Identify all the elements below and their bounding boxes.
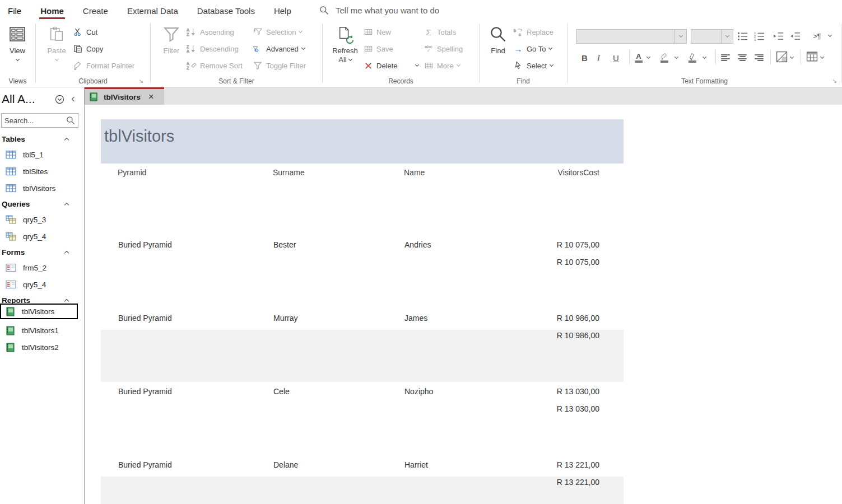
clipboard-dialog-launcher-icon[interactable]: ↘ (139, 78, 143, 84)
replace-label: Replace (527, 28, 553, 36)
format-painter-icon (73, 61, 83, 70)
cell-cost: R 10 075,00 (493, 240, 599, 249)
totals-label: Totals (437, 28, 456, 36)
select-button[interactable]: Select (513, 57, 553, 74)
paste-button[interactable]: Paste (44, 24, 69, 60)
view-button[interactable]: View (3, 24, 31, 60)
chevron-down-icon[interactable] (721, 30, 733, 43)
background-color-chevron[interactable] (703, 51, 706, 64)
numbering-button[interactable] (754, 29, 765, 43)
tell-me-search[interactable]: Tell me what you want to do (319, 0, 439, 20)
tab-database-tools[interactable]: Database Tools (196, 2, 256, 19)
underline-button[interactable]: U (613, 51, 619, 64)
increase-indent-icon (773, 31, 784, 41)
tab-file[interactable]: File (7, 2, 22, 19)
alternate-row-color-chevron[interactable] (821, 51, 824, 64)
chevron-up-icon (64, 202, 69, 207)
format-painter-button[interactable]: Format Painter (73, 57, 134, 74)
sidebar-item-qry5_4-form[interactable]: qry5_4 (0, 277, 78, 292)
spelling-button[interactable]: abc✓ Spelling (424, 40, 463, 57)
navigation-pane: All A... Search... Tables tbl5_1 tblSite… (0, 87, 85, 504)
cut-button[interactable]: Cut (73, 24, 134, 40)
nav-pane-menu-icon[interactable] (55, 95, 64, 104)
remove-sort-icon (187, 61, 197, 70)
tab-create[interactable]: Create (82, 2, 109, 19)
totals-button[interactable]: Σ Totals (424, 24, 463, 40)
copy-button[interactable]: Copy (73, 40, 134, 57)
advanced-button[interactable]: ⚙ Advanced (253, 40, 306, 57)
sidebar-item-label: frm5_2 (23, 264, 46, 272)
section-header-forms[interactable]: Forms (0, 245, 78, 259)
select-cursor-icon (513, 61, 523, 70)
column-header-name: Name (404, 168, 425, 177)
italic-button[interactable]: I (597, 51, 600, 64)
font-color-button[interactable]: A (635, 51, 643, 64)
filter-button[interactable]: Filter (159, 24, 184, 55)
sidebar-item-tblVisitors-table[interactable]: tblVisitors (0, 180, 78, 196)
sidebar-item-qry5_3[interactable]: qry5_3 (0, 212, 78, 227)
more-button[interactable]: More (424, 57, 463, 74)
tab-external-data[interactable]: External Data (126, 2, 179, 19)
section-header-tables[interactable]: Tables (0, 132, 78, 146)
remove-sort-button[interactable]: Remove Sort (187, 57, 243, 74)
bullets-button[interactable] (737, 29, 748, 43)
go-to-button[interactable]: → Go To (513, 40, 553, 57)
font-name-combobox[interactable] (576, 29, 687, 44)
delete-button[interactable]: Delete (363, 57, 418, 74)
cell-surname: Bester (273, 240, 296, 249)
sidebar-item-tblVisitors1[interactable]: tblVisitors1 (0, 323, 78, 338)
save-record-button[interactable]: Save (363, 40, 418, 57)
gridlines-button[interactable] (776, 50, 788, 63)
highlight-color-button[interactable] (660, 51, 669, 64)
refresh-all-button[interactable]: Refresh All (331, 24, 360, 64)
sidebar-item-qry5_4-query[interactable]: qry5_4 (0, 228, 78, 244)
ascending-button[interactable]: Ascending (187, 24, 243, 40)
paragraph-options-chevron[interactable] (829, 29, 831, 43)
column-header-visitorscost: VisitorsCost (493, 168, 599, 177)
toggle-filter-button[interactable]: Toggle Filter (253, 57, 306, 74)
sidebar-item-label: qry5_3 (23, 216, 46, 224)
copy-icon (73, 44, 83, 53)
bold-button[interactable]: B (582, 51, 588, 64)
section-header-queries[interactable]: Queries (0, 197, 78, 211)
nav-search-placeholder: Search... (2, 116, 66, 125)
sidebar-item-tblSites[interactable]: tblSites (0, 164, 78, 179)
align-left-button[interactable] (721, 51, 730, 64)
replace-button[interactable]: Replace (513, 24, 553, 40)
selection-button[interactable]: Selection (253, 24, 306, 40)
nav-search-box[interactable]: Search... (1, 113, 78, 128)
ribbon-group-text-formatting: >¶ B I U A Text Formatting ↘ (567, 20, 841, 86)
text-formatting-dialog-launcher-icon[interactable]: ↘ (832, 78, 837, 84)
find-button[interactable]: Find (486, 24, 510, 55)
chevron-down-icon[interactable] (674, 30, 686, 43)
align-left-icon (721, 54, 730, 61)
sidebar-item-tbl5_1[interactable]: tbl5_1 (0, 147, 78, 162)
view-icon (9, 24, 26, 44)
font-color-chevron[interactable] (647, 51, 650, 64)
increase-indent-button[interactable] (773, 29, 784, 43)
sidebar-item-tblVisitors-report-selected[interactable]: tblVisitors (0, 304, 78, 319)
decrease-indent-button[interactable] (790, 29, 801, 43)
shutter-collapse-icon[interactable] (72, 97, 76, 101)
sidebar-item-label: qry5_4 (23, 281, 46, 289)
sidebar-item-tblVisitors2[interactable]: tblVisitors2 (0, 339, 78, 355)
background-color-button[interactable] (688, 51, 697, 64)
tab-home[interactable]: Home (39, 2, 65, 19)
document-tab-tblVisitors[interactable]: tblVisitors × (85, 87, 164, 105)
sidebar-item-frm5_2[interactable]: frm5_2 (0, 260, 78, 276)
cell-subtotal: R 13 030,00 (493, 404, 599, 413)
gridlines-chevron[interactable] (790, 51, 793, 64)
new-record-button[interactable]: New (363, 24, 418, 40)
column-header-surname: Surname (273, 168, 305, 177)
align-right-button[interactable] (755, 51, 764, 64)
chevron-down-icon (54, 57, 58, 61)
alternate-row-color-button[interactable] (806, 50, 818, 63)
align-center-button[interactable] (738, 51, 747, 64)
rtl-paragraph-button[interactable]: >¶ (813, 29, 821, 43)
chevron-down-icon[interactable] (415, 63, 419, 67)
close-icon[interactable]: × (148, 91, 154, 102)
tab-help[interactable]: Help (273, 2, 292, 19)
font-size-combobox[interactable] (691, 29, 733, 44)
descending-button[interactable]: Descending (187, 40, 243, 57)
highlight-color-chevron[interactable] (675, 51, 678, 64)
